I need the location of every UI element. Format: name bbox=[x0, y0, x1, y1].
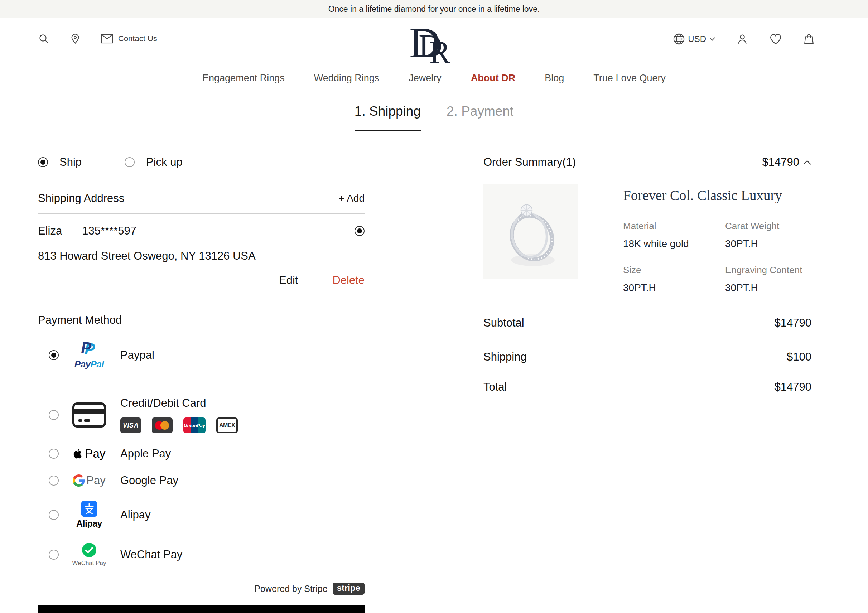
ship-label: Ship bbox=[59, 156, 82, 169]
contact-us-link[interactable]: Contact Us bbox=[101, 34, 157, 44]
mail-icon bbox=[101, 34, 113, 44]
nav-jewelry[interactable]: Jewelry bbox=[409, 73, 442, 84]
wechat-pay-logo-icon: WeChat Pay bbox=[66, 542, 112, 567]
currency-label: USD bbox=[688, 34, 706, 44]
wishlist-heart-icon[interactable] bbox=[769, 33, 782, 45]
total-value: $14790 bbox=[775, 381, 811, 393]
payment-option-alipay[interactable]: Alipay Alipay bbox=[38, 501, 364, 529]
nav-engagement-rings[interactable]: Engagement Rings bbox=[202, 73, 285, 84]
googlepay-radio[interactable] bbox=[49, 475, 59, 486]
pay-now-button[interactable]: Pay Now bbox=[38, 605, 364, 613]
account-icon[interactable] bbox=[736, 33, 749, 45]
main-nav: Engagement Rings Wedding Rings Jewelry A… bbox=[0, 73, 868, 84]
attr-engraving: Engraving Content 30PT.H bbox=[725, 265, 811, 294]
order-summary-toggle[interactable]: $14790 bbox=[763, 156, 811, 169]
nav-about-dr[interactable]: About DR bbox=[471, 73, 515, 84]
option-ship[interactable]: Ship bbox=[38, 156, 82, 169]
cart-bag-icon[interactable] bbox=[803, 33, 815, 45]
product-name: Forever Col. Classic Luxury bbox=[623, 187, 811, 203]
unionpay-icon: UnionPay bbox=[183, 418, 206, 433]
shipping-row: Shipping $100 bbox=[484, 342, 811, 372]
address-line: 813 Howard Street Oswego, NY 13126 USA bbox=[38, 249, 364, 262]
pickup-label: Pick up bbox=[146, 156, 183, 169]
paypal-label: Paypal bbox=[120, 349, 154, 362]
checkout-steps: 1. Shipping 2. Payment bbox=[0, 90, 868, 132]
stripe-badge-icon: stripe bbox=[333, 582, 364, 595]
address-phone: 135****597 bbox=[82, 224, 136, 237]
add-address-button[interactable]: + Add bbox=[339, 193, 364, 204]
product-image[interactable] bbox=[484, 184, 578, 279]
divider bbox=[38, 297, 364, 298]
edit-address-button[interactable]: Edit bbox=[279, 274, 298, 287]
store-locator-icon[interactable] bbox=[70, 33, 81, 44]
attr-material: Material 18K white gold bbox=[623, 221, 725, 249]
order-summary-title: Order Summary(1) bbox=[484, 156, 576, 169]
payment-option-paypal[interactable]: P P PayPal Paypal bbox=[38, 340, 364, 370]
globe-icon bbox=[673, 33, 685, 45]
subtotal-label: Subtotal bbox=[484, 317, 524, 330]
nav-blog[interactable]: Blog bbox=[545, 73, 564, 84]
checkout-form: Ship Pick up Shipping Address + Add Eliz… bbox=[38, 156, 364, 613]
payment-option-wechatpay[interactable]: WeChat Pay WeChat Pay bbox=[38, 542, 364, 567]
alipay-radio[interactable] bbox=[49, 510, 59, 520]
card-radio[interactable] bbox=[49, 410, 59, 420]
shipping-address-title: Shipping Address bbox=[38, 192, 124, 205]
powered-by-stripe-label: Powered by Stripe bbox=[254, 584, 327, 594]
contact-us-label: Contact Us bbox=[118, 34, 157, 43]
order-summary: Order Summary(1) $14790 bbox=[484, 156, 811, 613]
pickup-radio[interactable] bbox=[125, 157, 135, 167]
applepay-radio[interactable] bbox=[49, 449, 59, 459]
attr-size: Size 30PT.H bbox=[623, 265, 725, 294]
delivery-options: Ship Pick up bbox=[38, 156, 364, 169]
card-label: Credit/Debit Card bbox=[120, 397, 238, 410]
option-pickup[interactable]: Pick up bbox=[125, 156, 183, 169]
subtotal-row: Subtotal $14790 bbox=[484, 308, 811, 338]
order-summary-amount: $14790 bbox=[763, 156, 799, 169]
address-select-radio[interactable] bbox=[355, 226, 364, 236]
search-icon[interactable] bbox=[38, 33, 50, 44]
dr-logo[interactable]: D D R bbox=[409, 24, 456, 71]
alipay-label: Alipay bbox=[120, 508, 150, 521]
total-row: Total $14790 bbox=[484, 372, 811, 402]
shipping-value: $100 bbox=[787, 351, 811, 364]
promo-banner: Once in a lifetime diamond for your once… bbox=[0, 0, 868, 18]
nav-true-love-query[interactable]: True Love Query bbox=[594, 73, 666, 84]
wechatpay-radio[interactable] bbox=[49, 550, 59, 560]
wechatpay-label: WeChat Pay bbox=[120, 548, 182, 561]
total-label: Total bbox=[484, 381, 507, 393]
amex-icon: AMEX bbox=[216, 418, 238, 433]
payment-option-card[interactable]: Credit/Debit Card VISA UnionPay AMEX bbox=[38, 397, 364, 433]
shipping-label: Shipping bbox=[484, 351, 527, 364]
payment-option-googlepay[interactable]: Pay Google Pay bbox=[38, 474, 364, 487]
address-card: Eliza 135****597 813 Howard Street Osweg… bbox=[38, 214, 364, 297]
nav-wedding-rings[interactable]: Wedding Rings bbox=[314, 73, 380, 84]
tab-shipping[interactable]: 1. Shipping bbox=[355, 104, 421, 131]
chevron-up-icon bbox=[803, 160, 811, 165]
ship-radio[interactable] bbox=[38, 157, 48, 167]
divider bbox=[38, 383, 364, 383]
alipay-logo-icon: Alipay bbox=[66, 501, 112, 529]
site-header: Contact Us D D R USD bbox=[0, 18, 868, 90]
paypal-logo-icon: P P PayPal bbox=[66, 340, 112, 370]
tab-payment[interactable]: 2. Payment bbox=[446, 104, 513, 131]
divider bbox=[484, 402, 811, 402]
address-name: Eliza bbox=[38, 224, 62, 237]
subtotal-value: $14790 bbox=[775, 317, 811, 330]
paypal-radio[interactable] bbox=[49, 350, 59, 360]
attr-carat-weight: Carat Weight 30PT.H bbox=[725, 221, 811, 249]
product-item: Forever Col. Classic Luxury Material 18K… bbox=[484, 184, 811, 294]
mastercard-icon bbox=[152, 418, 173, 433]
currency-selector[interactable]: USD bbox=[673, 33, 715, 45]
visa-icon: VISA bbox=[120, 418, 141, 433]
credit-card-icon bbox=[66, 402, 112, 428]
delete-address-button[interactable]: Delete bbox=[332, 274, 364, 287]
googlepay-label: Google Pay bbox=[120, 474, 178, 487]
applepay-label: Apple Pay bbox=[120, 447, 171, 460]
apple-pay-logo-icon: Pay bbox=[66, 447, 112, 460]
chevron-down-icon bbox=[709, 37, 715, 41]
payment-method-title: Payment Method bbox=[38, 314, 364, 327]
payment-option-applepay[interactable]: Pay Apple Pay bbox=[38, 447, 364, 460]
promo-banner-text: Once in a lifetime diamond for your once… bbox=[329, 4, 540, 14]
google-pay-logo-icon: Pay bbox=[66, 474, 112, 487]
